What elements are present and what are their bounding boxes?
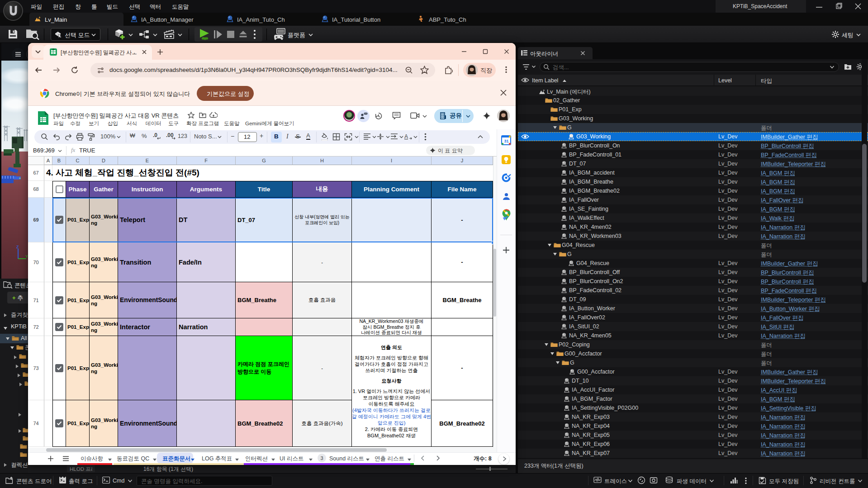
svg-text:Z: Z — [16, 245, 19, 249]
svg-text:31: 31 — [504, 139, 509, 143]
svg-text:A: A — [404, 133, 408, 140]
